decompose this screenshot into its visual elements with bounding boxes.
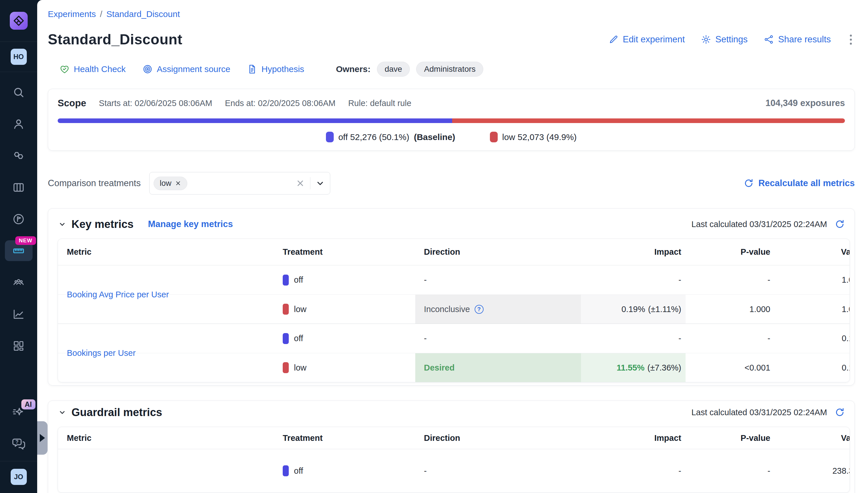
key-metrics-section: Key metrics Manage key metrics Last calc… bbox=[48, 208, 855, 386]
scope-ends: Ends at: 02/20/2025 08:06AM bbox=[225, 99, 335, 108]
workspace-avatar-box: HO bbox=[0, 42, 37, 72]
comparison-row: Comparison treatments low Recalculate al… bbox=[48, 172, 855, 194]
recalculate-all-button[interactable]: Recalculate all metrics bbox=[743, 178, 855, 189]
line-chart-icon bbox=[12, 308, 25, 321]
health-check-link[interactable]: Health Check bbox=[59, 64, 126, 74]
sidebar-item-ai[interactable]: AI bbox=[12, 406, 26, 420]
bullseye-icon bbox=[142, 64, 153, 74]
clear-selection-icon[interactable] bbox=[296, 179, 305, 188]
table-row: off - - - 0.1 bbox=[58, 324, 850, 353]
sidebar-item-pulse[interactable] bbox=[5, 209, 33, 229]
guardrail-metrics-section: Guardrail metrics Last calculated 03/31/… bbox=[48, 401, 855, 493]
collapse-chevron-icon[interactable] bbox=[58, 408, 67, 417]
metric-group: off - - - 238.3 Average Downloads Promot… bbox=[58, 449, 850, 492]
legend-swatch-low bbox=[490, 132, 498, 142]
table-row: off - - - 238.3 bbox=[58, 449, 850, 492]
allocation-bar bbox=[58, 119, 845, 123]
dashboard-grid-icon bbox=[12, 339, 25, 352]
ruler-icon bbox=[12, 244, 25, 257]
manage-key-metrics-link[interactable]: Manage key metrics bbox=[148, 219, 233, 229]
breadcrumb-current[interactable]: Standard_Discount bbox=[106, 9, 180, 19]
gear-icon bbox=[701, 34, 711, 45]
statsig-logo-icon[interactable] bbox=[10, 12, 28, 30]
direction-help-icon[interactable]: ? bbox=[474, 305, 484, 314]
metric-group: Booking Avg Price per User off - - - 1.0… bbox=[58, 265, 850, 324]
chevron-right-icon bbox=[40, 434, 45, 442]
selected-treatment-chip[interactable]: low bbox=[154, 177, 187, 190]
treatment-swatch-off bbox=[283, 465, 289, 476]
share-results-button[interactable]: Share results bbox=[764, 34, 831, 45]
user-icon bbox=[12, 117, 25, 130]
treatment-select[interactable]: low bbox=[149, 172, 330, 194]
help-chat-icon: ? bbox=[12, 436, 26, 451]
owner-chip-administrators[interactable]: Administrators bbox=[416, 62, 483, 77]
sidebar: HO NEW bbox=[0, 0, 37, 493]
collapse-chevron-icon[interactable] bbox=[58, 219, 67, 229]
treatment-swatch-off bbox=[283, 333, 289, 344]
sidebar-item-help[interactable]: ? bbox=[12, 436, 26, 451]
experiment-meta-row: Health Check Assignment source Hypothesi… bbox=[59, 62, 855, 77]
sidebar-item-gates[interactable] bbox=[5, 145, 33, 166]
refresh-icon bbox=[834, 219, 845, 229]
ai-badge: AI bbox=[21, 399, 36, 409]
comparison-label: Comparison treatments bbox=[48, 178, 141, 189]
sidebar-item-dashboards[interactable] bbox=[5, 336, 33, 356]
owners-row: Owners: dave Administrators bbox=[336, 62, 484, 77]
share-icon bbox=[764, 34, 774, 45]
breadcrumb: Experiments / Standard_Discount bbox=[48, 9, 855, 19]
user-avatar[interactable]: JO bbox=[10, 469, 27, 485]
scope-card: Scope Starts at: 02/06/2025 08:06AM Ends… bbox=[48, 89, 855, 151]
scope-rule: Rule: default rule bbox=[348, 99, 411, 108]
chevron-down-icon[interactable] bbox=[316, 179, 325, 188]
help-glyph: ? bbox=[15, 439, 18, 445]
breadcrumb-separator: / bbox=[100, 9, 102, 19]
hypothesis-link[interactable]: Hypothesis bbox=[247, 64, 304, 74]
guardrail-metrics-title: Guardrail metrics bbox=[71, 406, 162, 419]
last-calculated: Last calculated 03/31/2025 02:24AM bbox=[691, 407, 845, 417]
key-metrics-table: Metric Treatment Direction Impact P-valu… bbox=[58, 239, 850, 382]
pencil-icon bbox=[608, 34, 619, 45]
table-row: off - - - 1.0 bbox=[58, 265, 850, 295]
refresh-icon bbox=[834, 407, 845, 417]
heart-check-icon bbox=[59, 64, 70, 74]
table-header-row: Metric Treatment Direction Impact P-valu… bbox=[58, 239, 850, 265]
sidebar-item-search[interactable] bbox=[5, 82, 33, 103]
breadcrumb-experiments[interactable]: Experiments bbox=[48, 9, 96, 19]
scope-title: Scope bbox=[58, 98, 86, 109]
allocation-segment-off bbox=[58, 119, 452, 123]
page-title: Standard_Discount bbox=[48, 31, 183, 48]
columns-icon bbox=[12, 181, 25, 194]
legend-swatch-off bbox=[326, 132, 334, 142]
sidebar-item-users[interactable] bbox=[5, 113, 33, 134]
metric-link-booking-avg-price[interactable]: Booking Avg Price per User bbox=[67, 290, 169, 299]
workspace-avatar[interactable]: HO bbox=[10, 49, 27, 65]
metric-link-partial[interactable]: Average Downloads Promoter Net bbox=[67, 492, 194, 493]
sidebar-item-experiments-active[interactable]: NEW bbox=[5, 240, 33, 261]
sidebar-expand-handle[interactable] bbox=[37, 421, 47, 455]
hexagons-icon bbox=[12, 149, 25, 162]
assignment-source-link[interactable]: Assignment source bbox=[142, 64, 230, 74]
chip-remove-icon bbox=[175, 180, 181, 187]
sidebar-item-audiences[interactable] bbox=[5, 272, 33, 293]
metric-group: Bookings per User off - - - 0.1 low Desi… bbox=[58, 324, 850, 382]
exposures-count: 104,349 exposures bbox=[765, 98, 845, 108]
owner-chip-dave[interactable]: dave bbox=[377, 62, 410, 77]
sidebar-item-insights[interactable] bbox=[5, 304, 33, 324]
owners-label: Owners: bbox=[336, 64, 371, 74]
sidebar-bottom: AI ? JO bbox=[0, 406, 37, 493]
settings-button[interactable]: Settings bbox=[701, 34, 747, 45]
main-content: Experiments / Standard_Discount Standard… bbox=[37, 0, 868, 493]
edit-experiment-button[interactable]: Edit experiment bbox=[608, 34, 685, 45]
key-metrics-title: Key metrics bbox=[71, 218, 133, 231]
allocation-legend: off 52,276 (50.1%) (Baseline) low 52,073… bbox=[58, 132, 845, 142]
more-options-button[interactable] bbox=[847, 33, 855, 46]
metric-link-bookings-per-user[interactable]: Bookings per User bbox=[67, 348, 136, 358]
logo-box bbox=[0, 0, 37, 42]
table-row: low Desired 11.55% (±7.36%) <0.001 0.1 bbox=[58, 353, 850, 382]
treatment-swatch-low bbox=[283, 362, 289, 373]
refresh-icon bbox=[743, 178, 754, 189]
play-flag-icon bbox=[12, 213, 25, 226]
sidebar-item-layers[interactable] bbox=[5, 177, 33, 198]
allocation-segment-low bbox=[452, 119, 845, 123]
treatment-swatch-off bbox=[283, 275, 289, 285]
